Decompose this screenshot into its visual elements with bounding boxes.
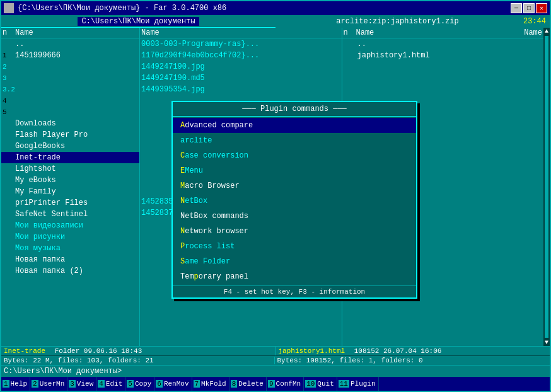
left-status: Inet-trade Folder 09.06.16 18:43	[1, 347, 276, 355]
list-item[interactable]: ..	[1, 38, 139, 50]
dialog-item-advanced-compare[interactable]: Advanced compare	[173, 118, 416, 133]
dual-status-bar: Inet-trade Folder 09.06.16 18:43 japhist…	[1, 346, 550, 355]
list-item[interactable]: My eBooks	[1, 175, 139, 186]
dialog-list: Advanced compare arclite Case conversion	[173, 117, 416, 285]
fkey-11[interactable]: 11Plugin	[337, 377, 379, 391]
bytes-status-bar: Bytes: 22 M, files: 103, folders: 21 Byt…	[1, 355, 550, 365]
fkey-7[interactable]: 7MkFold	[192, 377, 229, 391]
left-panel-header: n Name	[1, 28, 139, 38]
list-item[interactable]: Мои видеозаписи	[1, 220, 139, 231]
dialog-item-temporary-panel[interactable]: Temporary panel	[173, 269, 416, 284]
right-status: japhistory1.html 108152 26.07.04 16:06	[276, 347, 550, 355]
fkey-8[interactable]: 8Delete	[229, 377, 267, 391]
list-item[interactable]: japhistory1.html	[342, 50, 544, 61]
dialog-item-arclite[interactable]: arclite	[173, 133, 416, 148]
list-item[interactable]: 1170d290f94eb0bcc4f702}...	[140, 50, 342, 61]
svg-rect-0	[5, 4, 8, 8]
main-area: C:\Users\ПК\Мои документы arclite:zip:ja…	[1, 15, 550, 391]
dialog-item-netbox-commands[interactable]: NetBox commands	[173, 209, 416, 224]
left-col-name: Name	[15, 28, 138, 37]
scroll-thumb[interactable]	[545, 36, 548, 338]
scroll-up[interactable]: ▲	[543, 28, 550, 35]
restore-button[interactable]: □	[523, 3, 535, 13]
list-item[interactable]: 1449247190.md5	[140, 72, 342, 84]
left-status-info: Folder 09.06.16 18:43	[55, 347, 142, 355]
fkey-4[interactable]: 4Edit	[96, 377, 125, 391]
list-item[interactable]: 1449247190.jpg	[140, 61, 342, 72]
panels-container: n Name .. 1 1451999666 2	[1, 28, 550, 346]
left-panel: n Name .. 1 1451999666 2	[1, 28, 140, 346]
dialog-item-network-browser[interactable]: Network browser	[173, 224, 416, 239]
list-item[interactable]: 3	[1, 72, 139, 84]
command-line[interactable]: C:\Users\ПК\Мои документы>	[1, 365, 550, 377]
list-item[interactable]: Новая папка	[1, 254, 139, 265]
window-controls: ─ □ ✕	[511, 3, 547, 13]
left-file-list: .. 1 1451999666 2 3 3.2	[1, 38, 139, 346]
funckeys-bar: 1Help 2UserMn 3View 4Edit 5Copy 6RenMov …	[1, 377, 550, 391]
middle-panel-header: Name	[140, 28, 342, 38]
list-item[interactable]: 0003-003-Programmy-ras}...	[140, 38, 342, 50]
list-item[interactable]: 5	[1, 107, 139, 118]
right-bytes: Bytes: 108152, files: 1, folders: 0	[275, 357, 548, 364]
dialog-item-process-list[interactable]: Process list	[173, 239, 416, 254]
left-col-n: n	[3, 28, 15, 37]
left-path: C:\Users\ПК\Мои документы	[1, 15, 276, 28]
right-status-name: japhistory1.html	[279, 347, 345, 355]
right-status-info: 108152 26.07.04 16:06	[354, 347, 442, 355]
close-button[interactable]: ✕	[536, 3, 547, 13]
main-window: {C:\Users\ПК\Мои документы} - Far 3.0.47…	[0, 0, 551, 392]
dialog-title: Plugin commands	[173, 102, 416, 117]
window-title: {C:\Users\ПК\Мои документы} - Far 3.0.47…	[18, 4, 511, 13]
list-item[interactable]: GoogleBooks	[1, 141, 139, 152]
left-bytes: Bytes: 22 M, files: 103, folders: 21	[4, 357, 275, 364]
svg-rect-2	[5, 9, 8, 12]
fkey-6[interactable]: 6RenMov	[154, 377, 192, 391]
list-item[interactable]: Мои рисунки	[1, 231, 139, 243]
plugin-commands-dialog[interactable]: Plugin commands Advanced compare arclite…	[171, 101, 417, 299]
fkey-3[interactable]: 3View	[67, 377, 96, 391]
middle-col-name: Name	[141, 28, 340, 37]
list-item[interactable]: 1 1451999666	[1, 50, 139, 61]
fkey-5[interactable]: 5Copy	[125, 377, 154, 391]
dialog-footer: F4 - set hot key, F3 - information	[173, 285, 416, 297]
list-item[interactable]: My Family	[1, 186, 139, 197]
fkey-9[interactable]: 9ConfMn	[267, 377, 304, 391]
list-item[interactable]: Lightshot	[1, 163, 139, 175]
minimize-button[interactable]: ─	[511, 3, 522, 13]
dialog-item-case-conversion[interactable]: Case conversion	[173, 148, 416, 163]
right-panel-header: n Name Name	[342, 28, 544, 38]
list-item[interactable]: Моя музыка	[1, 243, 139, 254]
list-item-selected[interactable]: Inet-trade	[1, 152, 139, 163]
list-item[interactable]: 1449395354.jpg	[140, 84, 342, 95]
fkey-2[interactable]: 2UserMn	[30, 377, 67, 391]
fkey-10[interactable]: 10Quit	[304, 377, 337, 391]
fkey-1[interactable]: 1Help	[1, 377, 30, 391]
list-item[interactable]: 2	[1, 61, 139, 72]
list-item[interactable]: priPrinter Files	[1, 197, 139, 209]
list-item[interactable]: 4	[1, 95, 139, 107]
dialog-item-netbox[interactable]: NetBox	[173, 193, 416, 209]
path-bar: C:\Users\ПК\Мои документы arclite:zip:ja…	[1, 15, 550, 28]
list-item[interactable]: 3.2	[1, 84, 139, 95]
left-status-name: Inet-trade	[4, 347, 45, 355]
svg-rect-3	[9, 9, 13, 12]
list-item[interactable]: Новая папка (2)	[1, 265, 139, 277]
list-item[interactable]: Downloads	[1, 118, 139, 129]
dialog-item-same-folder[interactable]: Same Folder	[173, 254, 416, 269]
scroll-down[interactable]: ▼	[543, 339, 550, 346]
dialog-item-emenu[interactable]: EMenu	[173, 163, 416, 178]
titlebar: {C:\Users\ПК\Мои документы} - Far 3.0.47…	[1, 1, 550, 15]
list-item[interactable]: Flash Player Pro	[1, 129, 139, 141]
right-path: arclite:zip:japhistory1.zip 23:44	[276, 15, 550, 28]
dialog-item-macro-browser[interactable]: Macro Browser	[173, 178, 416, 193]
svg-rect-1	[9, 4, 13, 8]
list-item[interactable]: ..	[342, 38, 544, 50]
app-icon	[4, 3, 14, 13]
list-item[interactable]: SafeNet Sentinel	[1, 209, 139, 220]
main-scrollbar[interactable]: ▲ ▼	[543, 28, 550, 346]
time-display: 23:44	[519, 15, 550, 28]
